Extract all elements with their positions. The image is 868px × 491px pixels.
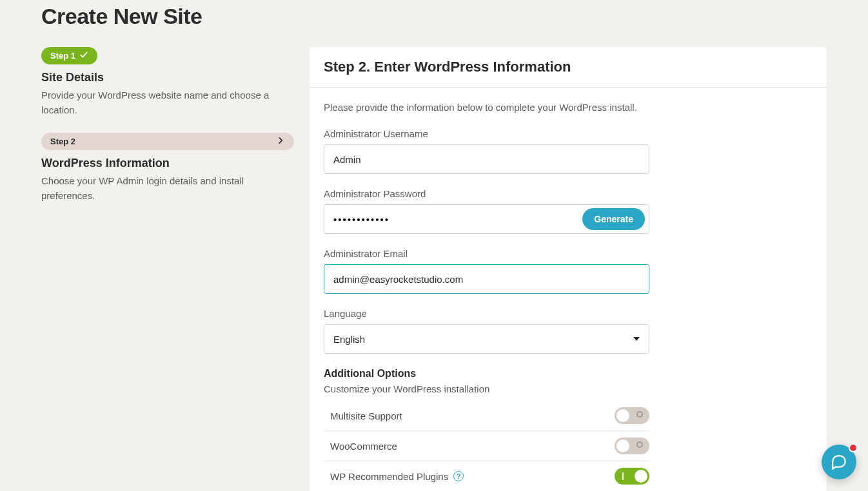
toggle-multisite[interactable]: [615, 407, 649, 424]
panel-header: Step 2. Enter WordPress Information: [310, 47, 827, 88]
language-group: Language English: [324, 308, 813, 354]
additional-options-heading: Additional Options: [324, 368, 813, 380]
step-2-desc: Choose your WP Admin login details and i…: [41, 174, 294, 203]
step-2-bar[interactable]: Step 2: [41, 133, 294, 150]
option-row-wp-plugins: WP Recommended Plugins ?: [324, 461, 649, 491]
additional-options-section: Additional Options Customize your WordPr…: [324, 368, 813, 491]
option-label-wp-plugins: WP Recommended Plugins ?: [330, 471, 464, 482]
toggle-off-icon: [636, 441, 643, 448]
wizard-stepper: Step 1 Site Details Provide your WordPre…: [41, 47, 294, 218]
language-select[interactable]: English: [324, 324, 649, 354]
toggle-woocommerce[interactable]: [615, 438, 649, 454]
caret-down-icon: [633, 337, 640, 341]
chevron-right-icon: [276, 136, 285, 147]
panel-intro: Please provide the information below to …: [324, 102, 813, 113]
step-2-title: WordPress Information: [41, 157, 294, 170]
email-label: Administrator Email: [324, 248, 813, 259]
step-1-block: Step 1 Site Details Provide your WordPre…: [41, 47, 294, 117]
step-2-block: Step 2 WordPress Information Choose your…: [41, 133, 294, 203]
language-selected-value: English: [333, 334, 365, 345]
toggle-on-icon: [622, 472, 624, 480]
step-1-chip[interactable]: Step 1: [41, 47, 97, 64]
check-icon: [79, 50, 88, 61]
password-label: Administrator Password: [324, 188, 813, 199]
notification-badge: [849, 443, 858, 452]
panel-heading: Step 2. Enter WordPress Information: [324, 59, 813, 75]
toggle-wp-plugins[interactable]: [615, 468, 649, 485]
option-row-multisite: Multisite Support: [324, 401, 649, 431]
generate-password-button[interactable]: Generate: [582, 208, 645, 230]
page-title: Create New Site: [41, 0, 827, 29]
password-group: Administrator Password Generate: [324, 188, 813, 234]
option-label-woocommerce: WooCommerce: [330, 441, 397, 452]
email-group: Administrator Email: [324, 248, 813, 294]
additional-options-desc: Customize your WordPress installation: [324, 383, 813, 394]
password-wrap: Generate: [324, 204, 649, 234]
step-1-desc: Provide your WordPress website name and …: [41, 88, 294, 117]
step-2-bar-label: Step 2: [50, 137, 75, 146]
username-group: Administrator Username: [324, 128, 813, 174]
admin-username-input[interactable]: [324, 144, 649, 174]
option-label-multisite: Multisite Support: [330, 410, 402, 421]
username-label: Administrator Username: [324, 128, 813, 139]
step-1-title: Site Details: [41, 71, 294, 84]
admin-email-input[interactable]: [324, 264, 649, 294]
wizard-panel: Step 2. Enter WordPress Information Plea…: [310, 47, 827, 491]
language-label: Language: [324, 308, 813, 319]
help-icon[interactable]: ?: [453, 471, 464, 481]
toggle-off-icon: [636, 411, 643, 418]
step-1-chip-label: Step 1: [50, 51, 75, 61]
chat-widget-button[interactable]: [822, 445, 856, 479]
admin-password-input[interactable]: [324, 205, 582, 233]
chat-icon: [831, 453, 847, 472]
option-row-woocommerce: WooCommerce: [324, 431, 649, 461]
